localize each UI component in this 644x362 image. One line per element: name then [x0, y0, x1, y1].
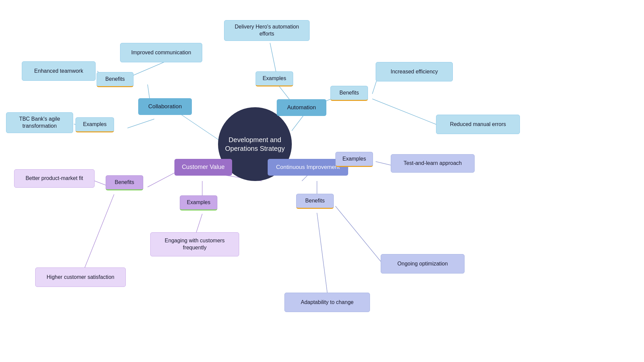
- higher-satisfaction-label: Higher customer satisfaction: [47, 274, 114, 281]
- continuous-improvement-label: Continuous Improvement: [276, 164, 340, 171]
- ci-examples-label: Examples: [342, 156, 366, 163]
- automation-label: Automation: [287, 104, 316, 111]
- engaging-customers-node: Engaging with customers frequently: [150, 232, 239, 256]
- center-label: Development and Operations Strategy: [225, 135, 285, 153]
- better-product-label: Better product-market fit: [25, 175, 83, 182]
- delivery-hero-node: Delivery Hero's automation efforts: [224, 20, 310, 41]
- increased-efficiency-label: Increased efficiency: [390, 68, 438, 75]
- svg-line-18: [196, 214, 202, 235]
- svg-line-5: [127, 119, 154, 128]
- customer-value-label: Customer Value: [182, 163, 225, 171]
- reduced-manual-errors-label: Reduced manual errors: [450, 121, 506, 128]
- improved-communication-label: Improved communication: [131, 49, 191, 56]
- test-learn-label: Test-and-learn approach: [404, 160, 462, 167]
- better-product-node: Better product-market fit: [14, 169, 95, 188]
- collab-examples-label: Examples: [83, 121, 106, 128]
- collaboration-label: Collaboration: [148, 103, 182, 110]
- automation-examples-label: Examples: [263, 75, 286, 82]
- collab-benefits-label: Benefits: [105, 76, 125, 83]
- collaboration-node: Collaboration: [138, 98, 192, 115]
- mindmap-canvas: Development and Operations Strategy Coll…: [0, 0, 644, 362]
- adaptability-change-node: Adaptability to change: [284, 293, 370, 312]
- enhanced-teamwork-label: Enhanced teamwork: [34, 68, 83, 75]
- svg-line-11: [270, 43, 277, 75]
- svg-line-17: [84, 194, 114, 270]
- engaging-customers-label: Engaging with customers frequently: [155, 237, 234, 251]
- tbc-bank-node: TBC Bank's agile transformation: [6, 112, 73, 133]
- adaptability-change-label: Adaptability to change: [301, 299, 354, 306]
- customer-value-node: Customer Value: [174, 159, 232, 176]
- increased-efficiency-node: Increased efficiency: [376, 62, 453, 81]
- svg-line-23: [317, 213, 329, 304]
- higher-satisfaction-node: Higher customer satisfaction: [35, 267, 126, 287]
- automation-node: Automation: [277, 99, 326, 116]
- collaboration-examples-node: Examples: [75, 117, 114, 132]
- cv-examples-label: Examples: [187, 199, 210, 206]
- ongoing-optimization-label: Ongoing optimization: [397, 260, 448, 267]
- automation-examples-node: Examples: [256, 71, 293, 86]
- ci-benefits-node: Benefits: [296, 194, 334, 209]
- collaboration-benefits-node: Benefits: [97, 72, 133, 87]
- delivery-hero-label: Delivery Hero's automation efforts: [229, 23, 305, 38]
- ongoing-optimization-node: Ongoing optimization: [381, 254, 465, 274]
- reduced-manual-errors-node: Reduced manual errors: [436, 115, 520, 134]
- cv-examples-node: Examples: [180, 195, 217, 210]
- svg-line-7: [129, 62, 164, 77]
- ci-examples-node: Examples: [335, 152, 373, 167]
- improved-communication-node: Improved communication: [120, 43, 202, 62]
- ci-benefits-label: Benefits: [305, 197, 325, 204]
- cv-benefits-node: Benefits: [106, 175, 143, 190]
- cv-benefits-label: Benefits: [115, 179, 134, 186]
- tbc-bank-label: TBC Bank's agile transformation: [11, 116, 68, 130]
- automation-benefits-node: Benefits: [330, 86, 368, 101]
- enhanced-teamwork-node: Enhanced teamwork: [22, 61, 96, 81]
- svg-line-22: [335, 206, 384, 265]
- automation-benefits-label: Benefits: [339, 89, 359, 97]
- svg-line-13: [372, 99, 439, 126]
- test-learn-node: Test-and-learn approach: [391, 154, 475, 173]
